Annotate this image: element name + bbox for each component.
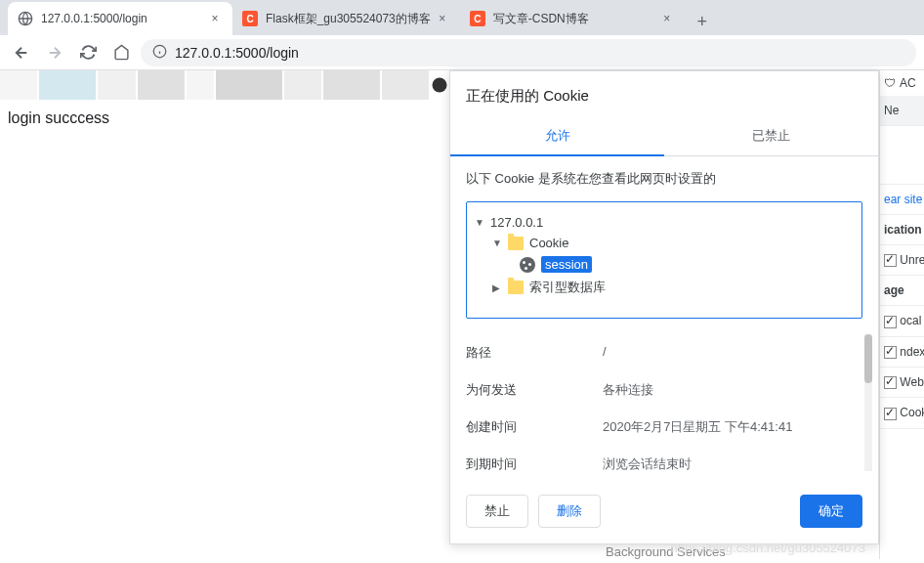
tab-active[interactable]: 127.0.0.1:5000/login × bbox=[8, 2, 232, 35]
devtools-panel: 🛡 AC Ne ear site ication Unregis age oca… bbox=[879, 70, 924, 559]
tab-allow[interactable]: 允许 bbox=[450, 117, 664, 156]
checkbox-row[interactable]: ndexec bbox=[880, 337, 924, 368]
tree-cookie-name: session bbox=[541, 256, 592, 273]
detail-reason-label: 为何发送 bbox=[466, 381, 603, 399]
back-button[interactable] bbox=[8, 39, 35, 66]
cookie-tree: ▼ 127.0.0.1 ▼ Cookie session ▶ 索引型数据库 bbox=[466, 201, 862, 319]
tree-cookie-folder[interactable]: ▼ Cookie bbox=[475, 233, 854, 253]
tree-host[interactable]: ▼ 127.0.0.1 bbox=[475, 212, 854, 233]
detail-expires-label: 到期时间 bbox=[466, 455, 603, 473]
home-button[interactable] bbox=[107, 39, 135, 66]
block-button[interactable]: 禁止 bbox=[466, 495, 528, 528]
info-icon[interactable] bbox=[152, 44, 167, 62]
detail-path-value: / bbox=[603, 344, 862, 362]
folder-icon bbox=[508, 237, 524, 250]
tree-indexed-db[interactable]: ▶ 索引型数据库 bbox=[475, 276, 854, 299]
forward-button[interactable] bbox=[41, 39, 68, 66]
new-tab-button[interactable]: + bbox=[689, 8, 716, 35]
dialog-title: 正在使用的 Cookie bbox=[450, 71, 878, 117]
tab-title: 127.0.0.1:5000/login bbox=[41, 12, 203, 25]
shield-icon: 🛡 bbox=[884, 76, 896, 90]
chevron-down-icon: ▼ bbox=[492, 238, 502, 248]
tab-title: 写文章-CSDN博客 bbox=[493, 11, 655, 27]
folder-icon bbox=[508, 281, 524, 294]
csdn-icon: C bbox=[470, 11, 485, 26]
reload-button[interactable] bbox=[74, 39, 102, 66]
tab-title: Flask框架_gu305524073的博客 bbox=[266, 11, 431, 27]
checkbox-row[interactable]: Cookie bbox=[880, 398, 924, 428]
tree-folder-label: Cookie bbox=[529, 236, 568, 250]
watermark: https://blog.csdn.net/gu305524073 bbox=[671, 541, 866, 555]
checkbox-row[interactable]: ocal a bbox=[880, 306, 924, 336]
tab-inactive[interactable]: C 写文章-CSDN博客 × bbox=[460, 2, 685, 35]
cookie-icon bbox=[520, 257, 535, 273]
tree-host-label: 127.0.0.1 bbox=[490, 215, 543, 230]
tab-block[interactable]: 已禁止 bbox=[664, 117, 878, 155]
address-bar[interactable]: 127.0.0.1:5000/login bbox=[141, 39, 916, 66]
chevron-right-icon: ▶ bbox=[492, 282, 502, 293]
dialog-footer: 禁止 删除 确定 bbox=[450, 483, 878, 543]
checkbox-row[interactable]: Unregis bbox=[880, 245, 924, 276]
delete-button[interactable]: 删除 bbox=[538, 495, 601, 528]
detail-created-label: 创建时间 bbox=[466, 418, 603, 436]
clear-site-link[interactable]: ear site bbox=[880, 185, 924, 215]
section-heading: ication bbox=[880, 215, 924, 245]
browser-toolbar: 127.0.0.1:5000/login bbox=[0, 35, 924, 70]
ok-button[interactable]: 确定 bbox=[800, 495, 862, 528]
close-icon[interactable]: × bbox=[435, 11, 450, 26]
dialog-description: 以下 Cookie 是系统在您查看此网页时设置的 bbox=[450, 156, 878, 201]
checkbox-row[interactable]: Web S( bbox=[880, 368, 924, 398]
devtools-tab[interactable]: Ne bbox=[880, 96, 924, 126]
tab-inactive[interactable]: C Flask框架_gu305524073的博客 × bbox=[232, 2, 460, 35]
tree-idb-label: 索引型数据库 bbox=[529, 279, 606, 296]
detail-reason-value: 各种连接 bbox=[603, 381, 862, 399]
detail-created-value: 2020年2月7日星期五 下午4:41:41 bbox=[603, 418, 862, 436]
globe-icon bbox=[18, 11, 33, 26]
browser-tab-bar: 127.0.0.1:5000/login × C Flask框架_gu30552… bbox=[0, 0, 924, 35]
devtools-icon-row: 🛡 AC bbox=[880, 70, 924, 96]
csdn-icon: C bbox=[242, 11, 258, 26]
cookie-details: 路径 / 为何发送 各种连接 创建时间 2020年2月7日星期五 下午4:41:… bbox=[450, 334, 878, 483]
detail-path-label: 路径 bbox=[466, 344, 603, 362]
url-text: 127.0.0.1:5000/login bbox=[175, 45, 299, 61]
scrollbar[interactable] bbox=[864, 334, 872, 471]
chevron-down-icon: ▼ bbox=[475, 217, 484, 228]
close-icon[interactable]: × bbox=[207, 11, 223, 26]
section-heading: age bbox=[880, 276, 924, 306]
detail-expires-value: 浏览会话结束时 bbox=[603, 455, 862, 473]
tree-cookie-item[interactable]: session bbox=[475, 253, 854, 276]
dialog-tabs: 允许 已禁止 bbox=[450, 117, 878, 156]
cookie-dialog: 正在使用的 Cookie 允许 已禁止 以下 Cookie 是系统在您查看此网页… bbox=[449, 70, 879, 544]
close-icon[interactable]: × bbox=[659, 11, 675, 26]
login-status-text: login succcess bbox=[8, 109, 109, 126]
